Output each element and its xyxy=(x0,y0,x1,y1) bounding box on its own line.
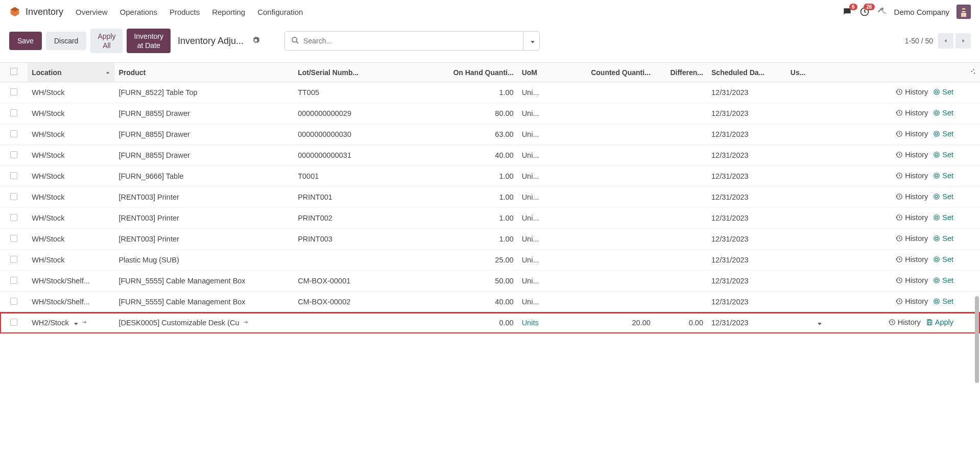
gear-icon[interactable] xyxy=(252,36,260,46)
set-button[interactable]: Set xyxy=(933,234,953,243)
history-button[interactable]: History xyxy=(896,172,928,180)
history-button[interactable]: History xyxy=(896,193,928,201)
header-lot[interactable]: Lot/Serial Numb... xyxy=(294,63,425,82)
nav-configuration[interactable]: Configuration xyxy=(257,8,303,16)
history-button[interactable]: History xyxy=(896,255,928,263)
scrollbar-thumb[interactable] xyxy=(975,296,979,333)
chevron-down-icon[interactable] xyxy=(72,319,78,327)
save-button[interactable]: Save xyxy=(9,32,42,50)
row-checkbox[interactable] xyxy=(0,145,28,166)
header-diff[interactable]: Differen... xyxy=(655,63,707,82)
cell-counted[interactable] xyxy=(569,250,655,271)
header-counted[interactable]: Counted Quanti... xyxy=(569,63,655,82)
cell-uom-editable[interactable]: Units xyxy=(518,312,569,333)
pager-next-button[interactable] xyxy=(955,33,971,49)
table-row[interactable]: WH/Stock[FURN_8855] Drawer00000000000306… xyxy=(0,124,980,145)
cell-lot[interactable] xyxy=(294,312,425,333)
row-checkbox[interactable] xyxy=(0,82,28,103)
table-row[interactable]: WH/Stock[RENT003] PrinterPRINT0021.00Uni… xyxy=(0,208,980,229)
set-button[interactable]: Set xyxy=(933,109,953,117)
cell-counted[interactable] xyxy=(569,292,655,312)
pager-text[interactable]: 1-50 / 50 xyxy=(905,37,933,45)
row-checkbox[interactable] xyxy=(0,250,28,271)
debug-icon[interactable] xyxy=(877,6,887,18)
app-title[interactable]: Inventory xyxy=(26,7,63,17)
history-button[interactable]: History xyxy=(896,88,928,96)
cell-counted[interactable] xyxy=(569,103,655,124)
table-row[interactable]: WH/Stock[RENT003] PrinterPRINT0031.00Uni… xyxy=(0,229,980,250)
table-row[interactable]: WH/Stock[RENT003] PrinterPRINT0011.00Uni… xyxy=(0,187,980,208)
discard-button[interactable]: Discard xyxy=(46,32,86,50)
cell-counted[interactable] xyxy=(569,187,655,208)
history-button[interactable]: History xyxy=(896,297,928,305)
cell-user-editable[interactable] xyxy=(786,312,826,333)
history-button[interactable]: History xyxy=(896,276,928,284)
header-onhand[interactable]: On Hand Quanti... xyxy=(425,63,518,82)
header-location[interactable]: Location xyxy=(28,63,114,82)
history-button[interactable]: History xyxy=(896,130,928,138)
header-uom[interactable]: UoM xyxy=(518,63,569,82)
cell-counted[interactable] xyxy=(569,82,655,103)
set-button[interactable]: Set xyxy=(933,213,953,222)
row-checkbox[interactable] xyxy=(0,124,28,145)
set-button[interactable]: Set xyxy=(933,151,953,159)
messages-icon[interactable]: 6 xyxy=(842,7,852,17)
cell-location-editable[interactable]: WH2/Stock xyxy=(28,312,114,333)
table-row[interactable]: WH/Stock[FURN_8855] Drawer00000000000298… xyxy=(0,103,980,124)
nav-products[interactable]: Products xyxy=(170,8,200,16)
history-button[interactable]: History xyxy=(896,109,928,117)
inventory-at-date-button[interactable]: Inventory at Date xyxy=(127,29,171,53)
row-checkbox[interactable] xyxy=(0,229,28,250)
search-input[interactable] xyxy=(303,37,517,45)
set-button[interactable]: Set xyxy=(933,276,953,284)
row-checkbox[interactable] xyxy=(0,271,28,292)
table-row[interactable]: WH/Stock/Shelf...[FURN_5555] Cable Manag… xyxy=(0,292,980,312)
apply-button[interactable]: Apply xyxy=(926,318,953,326)
table-row[interactable]: WH/Stock[FURN_8522] Table TopTT0051.00Un… xyxy=(0,82,980,103)
row-checkbox[interactable] xyxy=(0,166,28,187)
table-row[interactable]: WH/Stock[FURN_9666] TableT00011.00Uni...… xyxy=(0,166,980,187)
app-logo-icon[interactable] xyxy=(9,6,20,17)
nav-overview[interactable]: Overview xyxy=(76,8,108,16)
cell-scheduled-editable[interactable]: 12/31/2023 xyxy=(707,312,786,333)
cell-product-editable[interactable]: [DESK0005] Customizable Desk (Cu xyxy=(114,312,294,333)
set-button[interactable]: Set xyxy=(933,255,953,263)
row-checkbox[interactable] xyxy=(0,208,28,229)
cell-counted[interactable] xyxy=(569,124,655,145)
activities-icon[interactable]: 26 xyxy=(859,7,870,17)
open-link-icon[interactable] xyxy=(81,319,87,327)
set-button[interactable]: Set xyxy=(933,88,953,96)
cell-counted[interactable] xyxy=(569,145,655,166)
header-user[interactable]: Us... xyxy=(786,63,826,82)
row-checkbox[interactable] xyxy=(0,187,28,208)
set-button[interactable]: Set xyxy=(933,193,953,201)
history-button[interactable]: History xyxy=(896,213,928,222)
table-row[interactable]: WH/StockPlastic Mug (SUB)25.00Uni...12/3… xyxy=(0,250,980,271)
cell-counted[interactable] xyxy=(569,229,655,250)
nav-operations[interactable]: Operations xyxy=(120,8,157,16)
history-button[interactable]: History xyxy=(896,234,928,243)
header-select-all[interactable] xyxy=(0,63,28,82)
set-button[interactable]: Set xyxy=(933,297,953,305)
chevron-down-icon[interactable] xyxy=(816,319,822,327)
history-button[interactable]: History xyxy=(889,318,921,326)
set-button[interactable]: Set xyxy=(933,130,953,138)
table-row[interactable]: WH/Stock/Shelf...[FURN_5555] Cable Manag… xyxy=(0,271,980,292)
nav-reporting[interactable]: Reporting xyxy=(212,8,245,16)
header-product[interactable]: Product xyxy=(114,63,294,82)
header-scheduled[interactable]: Scheduled Da... xyxy=(707,63,786,82)
cell-counted[interactable] xyxy=(569,208,655,229)
pager-prev-button[interactable] xyxy=(938,33,953,49)
search-options-toggle[interactable] xyxy=(523,32,539,50)
scrollbar[interactable] xyxy=(974,71,979,333)
company-name[interactable]: Demo Company xyxy=(894,8,949,16)
row-checkbox[interactable] xyxy=(0,103,28,124)
cell-counted[interactable] xyxy=(569,166,655,187)
cell-counted[interactable]: 20.00 xyxy=(569,312,655,333)
history-button[interactable]: History xyxy=(896,151,928,159)
row-checkbox[interactable] xyxy=(0,312,28,333)
table-row-editing[interactable]: WH2/Stock[DESK0005] Customizable Desk (C… xyxy=(0,312,980,333)
table-row[interactable]: WH/Stock[FURN_8855] Drawer00000000000314… xyxy=(0,145,980,166)
apply-all-button[interactable]: Apply All xyxy=(90,29,123,53)
cell-counted[interactable] xyxy=(569,271,655,292)
